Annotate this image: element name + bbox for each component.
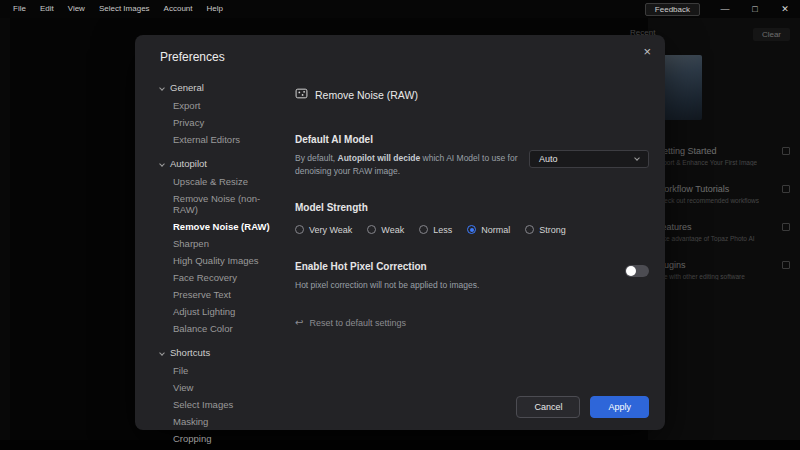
close-button[interactable]: ✕ xyxy=(770,0,800,18)
model-strength-section: Model Strength Very WeakWeakLessNormalSt… xyxy=(295,202,649,235)
radio-icon xyxy=(295,225,304,234)
preferences-sidebar: GeneralExportPrivacyExternal EditorsAuto… xyxy=(135,74,285,447)
sidebar-item-view[interactable]: View xyxy=(160,379,285,396)
menu-account[interactable]: Account xyxy=(157,0,200,18)
hot-pixel-section: Enable Hot Pixel Correction Hot pixel co… xyxy=(295,261,649,292)
menu-view[interactable]: View xyxy=(61,0,92,18)
reset-icon: ↩ xyxy=(295,317,303,328)
sidebar-section-label: Shortcuts xyxy=(170,347,210,358)
sidebar-item-face-recovery[interactable]: Face Recovery xyxy=(160,269,285,286)
toggle-knob xyxy=(626,266,636,276)
radio-label: Less xyxy=(433,225,452,235)
sidebar-item-high-quality-images[interactable]: High Quality Images xyxy=(160,252,285,269)
feedback-button[interactable]: Feedback xyxy=(645,3,700,16)
chevron-down-icon xyxy=(159,161,165,167)
default-ai-model-heading: Default AI Model xyxy=(295,134,649,145)
strength-radio-weak[interactable]: Weak xyxy=(367,225,404,235)
sidebar-section-label: General xyxy=(170,82,204,93)
radio-label: Normal xyxy=(481,225,510,235)
sidebar-item-cropping[interactable]: Cropping xyxy=(160,430,285,447)
sidebar-item-balance-color[interactable]: Balance Color xyxy=(160,320,285,337)
strength-radio-less[interactable]: Less xyxy=(419,225,452,235)
radio-icon xyxy=(367,225,376,234)
chevron-down-icon xyxy=(634,155,640,161)
sidebar-item-export[interactable]: Export xyxy=(160,97,285,114)
sidebar-item-upscale-resize[interactable]: Upscale & Resize xyxy=(160,173,285,190)
radio-icon xyxy=(525,225,534,234)
main-area: Getting StartedImport & Enhance Your Fir… xyxy=(0,18,800,440)
sidebar-section-shortcuts[interactable]: Shortcuts xyxy=(160,343,285,362)
chevron-down-icon xyxy=(159,350,165,356)
menu-help[interactable]: Help xyxy=(200,0,230,18)
preferences-dialog: Preferences × GeneralExportPrivacyExtern… xyxy=(135,35,665,430)
dialog-close-icon[interactable]: × xyxy=(643,44,651,59)
sidebar-item-external-editors[interactable]: External Editors xyxy=(160,131,285,148)
menu-bar: FileEditViewSelect ImagesAccountHelp xyxy=(0,0,230,18)
strength-radio-normal[interactable]: Normal xyxy=(467,225,510,235)
hot-pixel-toggle[interactable] xyxy=(625,265,649,277)
dialog-title: Preferences xyxy=(135,35,665,64)
radio-icon xyxy=(467,225,476,234)
radio-label: Weak xyxy=(381,225,404,235)
chevron-down-icon xyxy=(159,85,165,91)
sidebar-item-sharpen[interactable]: Sharpen xyxy=(160,235,285,252)
sidebar-item-file[interactable]: File xyxy=(160,362,285,379)
menu-select-images[interactable]: Select Images xyxy=(92,0,157,18)
menu-file[interactable]: File xyxy=(6,0,33,18)
sidebar-item-remove-noise-non-raw[interactable]: Remove Noise (non-RAW) xyxy=(160,190,285,218)
sidebar-item-privacy[interactable]: Privacy xyxy=(160,114,285,131)
app-window: FileEditViewSelect ImagesAccountHelp Fee… xyxy=(0,0,800,450)
model-strength-heading: Model Strength xyxy=(295,202,649,213)
cancel-button[interactable]: Cancel xyxy=(516,396,580,418)
page-title: Remove Noise (RAW) xyxy=(315,89,418,101)
dialog-body: GeneralExportPrivacyExternal EditorsAuto… xyxy=(135,74,665,447)
sidebar-item-adjust-lighting[interactable]: Adjust Lighting xyxy=(160,303,285,320)
apply-button[interactable]: Apply xyxy=(590,396,649,418)
titlebar-right: Feedback — □ ✕ xyxy=(645,0,800,18)
radio-icon xyxy=(419,225,428,234)
hot-pixel-heading: Enable Hot Pixel Correction xyxy=(295,261,520,272)
sidebar-item-masking[interactable]: Masking xyxy=(160,413,285,430)
preferences-content: Remove Noise (RAW) Default AI Model By d… xyxy=(285,74,665,447)
sidebar-section-label: Autopilot xyxy=(170,158,207,169)
ai-model-dropdown[interactable]: Auto xyxy=(529,150,649,168)
hot-pixel-description: Hot pixel correction will not be applied… xyxy=(295,279,520,292)
sidebar-item-preserve-text[interactable]: Preserve Text xyxy=(160,286,285,303)
sidebar-section-general[interactable]: General xyxy=(160,78,285,97)
strength-radio-strong[interactable]: Strong xyxy=(525,225,566,235)
radio-label: Very Weak xyxy=(309,225,352,235)
titlebar: FileEditViewSelect ImagesAccountHelp Fee… xyxy=(0,0,800,18)
reset-label: Reset to default settings xyxy=(309,318,406,328)
sidebar-item-remove-noise-raw[interactable]: Remove Noise (RAW) xyxy=(160,218,285,235)
sidebar-section-autopilot[interactable]: Autopilot xyxy=(160,154,285,173)
remove-noise-icon xyxy=(295,86,308,104)
reset-defaults-link[interactable]: ↩ Reset to default settings xyxy=(295,317,649,328)
model-strength-radio-group: Very WeakWeakLessNormalStrong xyxy=(295,225,649,235)
strength-radio-very-weak[interactable]: Very Weak xyxy=(295,225,352,235)
maximize-button[interactable]: □ xyxy=(740,0,770,18)
default-ai-model-description: By default, Autopilot will decide which … xyxy=(295,152,520,178)
minimize-button[interactable]: — xyxy=(710,0,740,18)
radio-label: Strong xyxy=(539,225,566,235)
ai-model-dropdown-value: Auto xyxy=(539,154,558,164)
dialog-footer: Cancel Apply xyxy=(516,396,649,418)
sidebar-item-select-images[interactable]: Select Images xyxy=(160,396,285,413)
default-ai-model-section: Default AI Model By default, Autopilot w… xyxy=(295,134,649,178)
page-header: Remove Noise (RAW) xyxy=(295,86,649,104)
menu-edit[interactable]: Edit xyxy=(33,0,61,18)
